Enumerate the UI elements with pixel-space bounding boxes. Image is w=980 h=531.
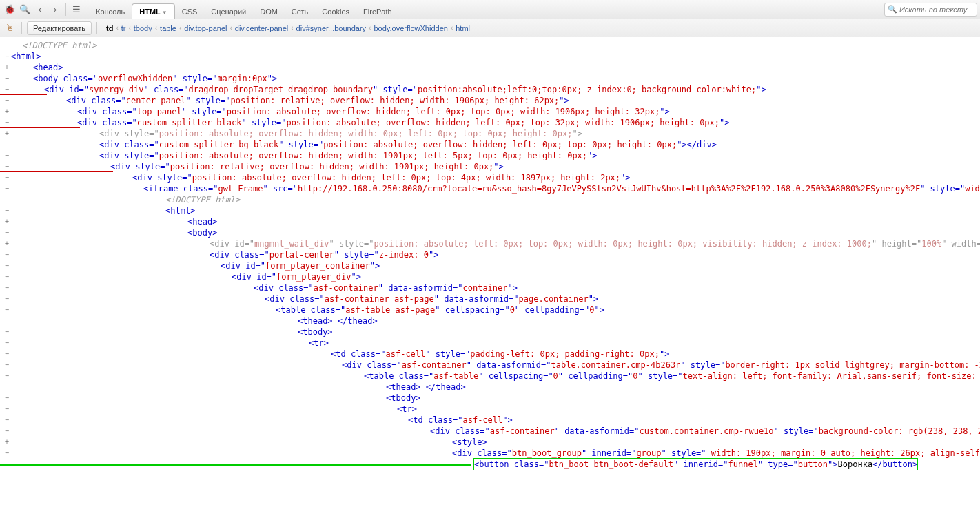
code-content[interactable]: <div class="asf-container" data-asformid…	[254, 282, 518, 293]
code-content[interactable]: <td class="asf-cell" style="padding-left…	[331, 348, 669, 360]
code-line[interactable]: −<tbody>	[3, 393, 980, 404]
code-content[interactable]: <tbody>	[386, 393, 421, 404]
breadcrumb-item[interactable]: div#syner...boundary	[296, 24, 367, 32]
code-line[interactable]: −<div style="position: relative; overflo…	[3, 161, 980, 172]
code-line[interactable]: −<div class="custom-splitter-black" styl…	[3, 117, 980, 128]
code-content[interactable]: <div style="position: relative; overflow…	[110, 161, 504, 172]
code-line[interactable]: −<div id="form_player_div">	[3, 271, 980, 282]
breadcrumb-item[interactable]: html	[456, 24, 470, 32]
code-line[interactable]: −<tr>	[3, 404, 980, 415]
expand-toggle[interactable]: −	[3, 249, 11, 260]
code-line[interactable]: −<table class="asf-table asf-page" cells…	[3, 304, 980, 315]
code-content[interactable]: <div class="portal-center" style="z-inde…	[210, 249, 438, 260]
code-content[interactable]: <thead> </thead>	[386, 382, 466, 393]
tab-html[interactable]: HTML▼	[132, 3, 174, 19]
expand-toggle[interactable]: −	[3, 448, 11, 459]
expand-toggle[interactable]: −	[3, 117, 11, 128]
code-content[interactable]: <head>	[187, 216, 217, 227]
console-toggle-icon[interactable]: ☰	[70, 3, 83, 17]
code-content[interactable]: <div class="asf-container" data-asformid…	[430, 426, 980, 437]
code-content[interactable]: <table class="asf-table" cellspacing="0"…	[364, 371, 980, 382]
expand-toggle[interactable]: −	[3, 183, 11, 194]
code-line[interactable]: −<div class="btn_boot_group" innerid="gr…	[3, 448, 980, 459]
code-content[interactable]: <div style="position: absolute; overflow…	[99, 128, 582, 139]
code-line[interactable]: −<div class="center-panel" style="positi…	[3, 95, 980, 106]
expand-toggle[interactable]: −	[3, 271, 11, 282]
code-line[interactable]: −<tr>	[3, 337, 980, 348]
code-line[interactable]: −<td class="asf-cell">	[3, 415, 980, 426]
code-line[interactable]: −<iframe class="gwt-Frame" src="http://1…	[3, 183, 980, 194]
code-content[interactable]: <button class="btn_boot btn_boot-default…	[474, 459, 917, 470]
expand-toggle[interactable]: −	[3, 360, 11, 371]
expand-toggle[interactable]: −	[3, 227, 11, 238]
expand-toggle[interactable]: −	[3, 260, 11, 271]
code-content[interactable]: <head>	[33, 62, 63, 73]
code-line[interactable]: −<div id="synergy_div" class="dragdrop-d…	[3, 84, 980, 95]
breadcrumb-item[interactable]: tr	[121, 24, 126, 32]
expand-toggle[interactable]: −	[3, 161, 11, 172]
nav-fwd-icon[interactable]: ›	[48, 3, 62, 17]
code-line[interactable]: +<div style="position: absolute; overflo…	[3, 128, 980, 139]
code-content[interactable]: <div id="form_player_div">	[232, 271, 361, 282]
code-content[interactable]: <div class="custom-splitter-black" style…	[77, 117, 730, 128]
breadcrumb-item[interactable]: body.overflowXhidden	[374, 24, 447, 32]
code-content[interactable]: <div class="custom-splitter-bg-black" st…	[99, 139, 717, 150]
code-content[interactable]: <div class="asf-container" data-asformid…	[342, 360, 980, 371]
code-line[interactable]: −<div class="asf-container" data-asformi…	[3, 282, 980, 293]
expand-toggle[interactable]: −	[3, 51, 11, 62]
code-line[interactable]: −<div class="portal-center" style="z-ind…	[3, 249, 980, 260]
code-content[interactable]: <div id="mngmnt_wait_div" style="positio…	[210, 238, 980, 249]
search-input[interactable]	[899, 6, 974, 14]
code-content[interactable]: <tbody>	[298, 326, 333, 337]
code-content[interactable]: <!DOCTYPE html>	[165, 194, 240, 205]
expand-toggle[interactable]: −	[3, 415, 11, 426]
expand-toggle[interactable]: +	[3, 106, 11, 117]
code-content[interactable]: <div style="position: absolute; overflow…	[99, 150, 598, 161]
expand-toggle[interactable]: −	[3, 84, 11, 95]
code-line[interactable]: −<html>	[3, 205, 980, 216]
expand-toggle[interactable]: −	[3, 304, 11, 315]
code-content[interactable]: <html>	[165, 205, 195, 216]
code-content[interactable]: <iframe class="gwt-Frame" src="http://19…	[143, 183, 980, 194]
breadcrumb-item[interactable]: div.top-panel	[184, 24, 227, 32]
code-content[interactable]: <div class="asf-container asf-page" data…	[265, 293, 598, 304]
code-content[interactable]: <body>	[187, 227, 217, 238]
tab-dom[interactable]: DOM	[253, 4, 285, 19]
code-content[interactable]: <div class="btn_boot_group" innerid="gro…	[452, 448, 980, 459]
code-content[interactable]: <div style="position: absolute; overflow…	[132, 172, 631, 183]
breadcrumb-item[interactable]: table	[160, 24, 176, 32]
code-content[interactable]: <html>	[11, 51, 41, 62]
inspect-icon[interactable]: 🔍	[18, 3, 32, 17]
expand-toggle[interactable]: −	[3, 282, 11, 293]
code-line[interactable]: −<div class="asf-container" data-asformi…	[3, 426, 980, 437]
code-content[interactable]: <tr>	[309, 337, 329, 348]
code-line[interactable]: −<div style="position: absolute; overflo…	[3, 172, 980, 183]
code-content[interactable]: <div id="form_player_container">	[221, 260, 380, 271]
code-line[interactable]: −<div style="position: absolute; overflo…	[3, 150, 980, 161]
code-content[interactable]: <tr>	[397, 404, 417, 415]
code-content[interactable]: <div id="synergy_div" class="dragdrop-dr…	[44, 84, 766, 95]
code-content[interactable]: <div class="top-panel" style="position: …	[77, 106, 670, 117]
expand-toggle[interactable]: +	[3, 128, 11, 139]
tab-css[interactable]: CSS	[175, 4, 205, 19]
code-content[interactable]: <thead> </thead>	[298, 315, 378, 326]
expand-toggle[interactable]: −	[3, 426, 11, 437]
code-line[interactable]: −<div class="asf-container" data-asformi…	[3, 360, 980, 371]
expand-toggle[interactable]: −	[3, 150, 11, 161]
firebug-icon[interactable]: 🐞	[3, 3, 17, 17]
code-content[interactable]: <table class="asf-table asf-page" cellsp…	[276, 304, 604, 315]
code-line[interactable]: +<style>	[3, 437, 980, 448]
expand-toggle[interactable]: +	[3, 216, 11, 227]
expand-toggle[interactable]: −	[3, 326, 11, 337]
code-content[interactable]: <div class="center-panel" style="positio…	[66, 95, 569, 106]
code-content[interactable]: <!DOCTYPE html>	[22, 40, 96, 51]
expand-toggle[interactable]: −	[3, 95, 11, 106]
expand-toggle[interactable]: −	[3, 348, 11, 360]
code-line[interactable]: −<div class="asf-container asf-page" dat…	[3, 293, 980, 304]
edit-button[interactable]: Редактировать	[27, 21, 92, 35]
expand-toggle[interactable]: −	[3, 293, 11, 304]
code-content[interactable]: <body class="overflowXhidden" style="mar…	[33, 73, 277, 84]
code-line[interactable]: +<head>	[3, 62, 980, 73]
expand-toggle[interactable]: −	[3, 337, 11, 348]
code-line[interactable]: +<div class="top-panel" style="position:…	[3, 106, 980, 117]
